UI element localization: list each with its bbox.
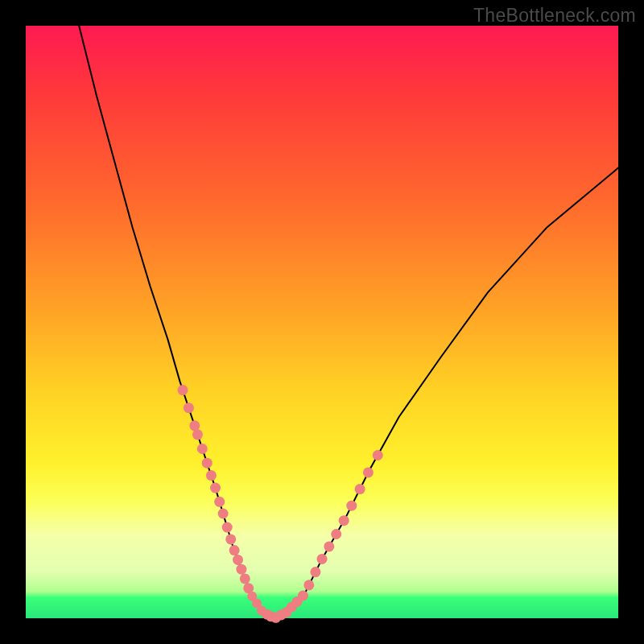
plot-area bbox=[26, 26, 618, 618]
svg-point-29 bbox=[331, 529, 341, 539]
svg-point-10 bbox=[222, 522, 233, 533]
svg-point-26 bbox=[310, 567, 320, 577]
svg-point-13 bbox=[233, 555, 243, 565]
svg-point-32 bbox=[355, 484, 365, 494]
svg-point-28 bbox=[324, 541, 334, 551]
watermark-text: TheBottleneck.com bbox=[473, 5, 636, 27]
svg-point-2 bbox=[189, 420, 200, 431]
chart-frame: TheBottleneck.com bbox=[0, 0, 644, 644]
svg-point-7 bbox=[210, 483, 221, 493]
svg-point-5 bbox=[202, 458, 213, 469]
svg-point-31 bbox=[346, 501, 357, 511]
svg-point-9 bbox=[218, 509, 229, 519]
svg-point-0 bbox=[178, 385, 188, 395]
svg-point-4 bbox=[197, 444, 208, 454]
svg-point-15 bbox=[240, 573, 250, 584]
svg-point-34 bbox=[373, 450, 383, 460]
svg-point-14 bbox=[236, 564, 246, 575]
svg-point-27 bbox=[317, 554, 328, 564]
svg-point-11 bbox=[225, 534, 236, 544]
svg-point-25 bbox=[303, 580, 314, 590]
curve-svg bbox=[26, 26, 618, 618]
marker-segment-left bbox=[178, 385, 254, 593]
svg-point-3 bbox=[192, 429, 203, 440]
svg-point-12 bbox=[229, 545, 240, 555]
svg-point-33 bbox=[363, 467, 374, 477]
svg-point-8 bbox=[214, 497, 225, 507]
svg-point-1 bbox=[184, 402, 194, 413]
curve-path bbox=[79, 26, 618, 618]
svg-point-30 bbox=[339, 515, 349, 526]
marker-segment-right bbox=[262, 450, 383, 623]
svg-point-42 bbox=[280, 608, 290, 617]
svg-point-24 bbox=[298, 591, 308, 601]
marker-segment-bottom bbox=[247, 592, 290, 623]
svg-point-6 bbox=[206, 470, 217, 481]
